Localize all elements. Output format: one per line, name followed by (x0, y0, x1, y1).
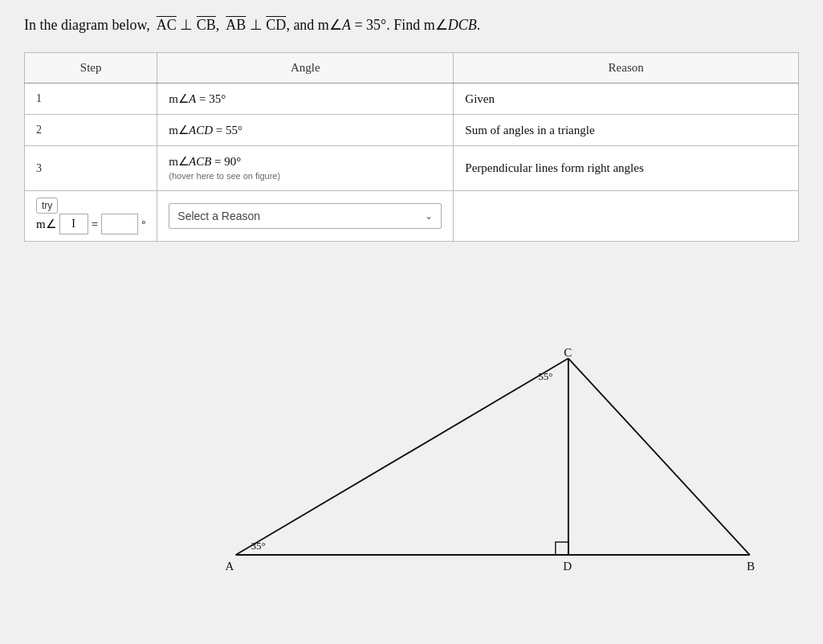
step-2: 2 (25, 115, 157, 146)
angle-1: m∠A = 35° (157, 84, 454, 115)
try-cell: try m∠ = ° (25, 191, 157, 242)
problem-text: In the diagram below, AC ⊥ CB, AB ⊥ CD, … (24, 17, 480, 33)
diagram-area: 35° 55° A C B D (24, 258, 799, 595)
main-container: In the diagram below, AC ⊥ CB, AB ⊥ CD, … (0, 0, 823, 644)
angle-a-label: 35° (251, 540, 265, 552)
angle-symbol: m∠ (36, 217, 56, 231)
angle-3: m∠ACB = 90° (hover here to see on figure… (157, 146, 454, 191)
step-3: 3 (25, 146, 157, 191)
label-C: C (564, 346, 572, 359)
reason-2: Sum of angles in a triangle (454, 115, 799, 146)
svg-rect-4 (556, 542, 568, 555)
angle-2: m∠ACD = 55° (157, 115, 454, 146)
geometry-diagram: 35° 55° A C B D (24, 258, 799, 595)
label-D: D (563, 560, 572, 573)
angle-value-input[interactable] (101, 214, 138, 234)
reason-1: Given (454, 84, 799, 115)
svg-line-0 (236, 358, 568, 555)
step-1: 1 (25, 84, 157, 115)
select-reason-dropdown[interactable]: Select a Reason ⌄ (169, 203, 442, 229)
label-A: A (225, 560, 234, 573)
svg-line-1 (568, 358, 750, 555)
angle-input-group: m∠ = ° (36, 214, 145, 234)
angle-name-input[interactable] (59, 214, 88, 234)
hover-hint: (hover here to see on figure) (169, 171, 280, 181)
table-row: 2 m∠ACD = 55° Sum of angles in a triangl… (25, 115, 799, 146)
col-header-reason: Reason (454, 53, 799, 84)
problem-statement: In the diagram below, AC ⊥ CB, AB ⊥ CD, … (24, 14, 799, 36)
proof-table: Step Angle Reason 1 m∠A = 35° Given 2 m∠… (24, 52, 799, 242)
select-reason-label: Select a Reason (177, 210, 260, 222)
table-row: 3 m∠ACB = 90° (hover here to see on figu… (25, 146, 799, 191)
try-row: try m∠ = ° Select a Reason ⌄ (25, 191, 799, 242)
chevron-down-icon: ⌄ (425, 210, 433, 222)
angle-c-label: 55° (538, 370, 552, 382)
try-button[interactable]: try (36, 198, 58, 214)
label-B: B (747, 560, 755, 573)
table-row: 1 m∠A = 35° Given (25, 84, 799, 115)
reason-3: Perpendicular lines form right angles (454, 146, 799, 191)
degree-symbol: ° (141, 218, 145, 230)
equals-sign: = (92, 218, 98, 231)
col-header-step: Step (25, 53, 157, 84)
reason-select-cell: Select a Reason ⌄ (157, 191, 454, 242)
col-header-angle: Angle (157, 53, 454, 84)
